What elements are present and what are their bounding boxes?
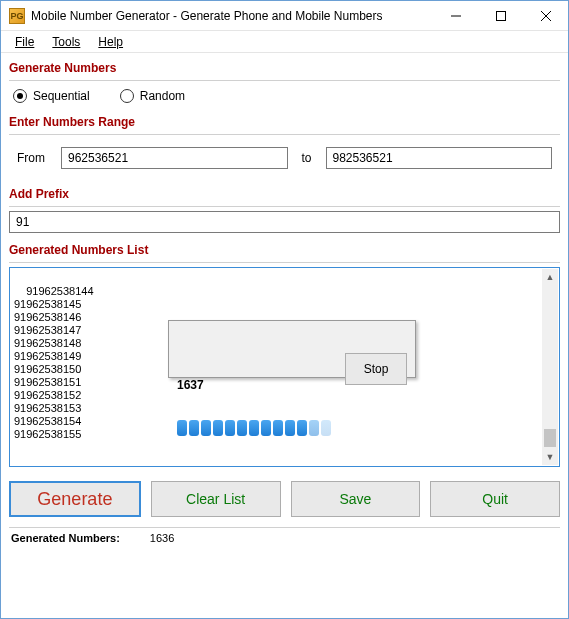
generated-numbers-text: 91962538144 91962538145 91962538146 9196… (14, 285, 94, 440)
progress-bar (177, 420, 331, 436)
svg-rect-1 (496, 11, 505, 20)
radio-random-label: Random (140, 89, 185, 103)
from-label: From (17, 151, 51, 165)
status-bar: Generated Numbers: 1636 (9, 527, 560, 544)
save-button[interactable]: Save (291, 481, 421, 517)
scroll-up-icon[interactable]: ▲ (542, 269, 558, 285)
radio-sequential[interactable]: Sequential (13, 89, 90, 103)
minimize-button[interactable] (433, 1, 478, 30)
clear-list-button[interactable]: Clear List (151, 481, 281, 517)
prefix-input[interactable] (9, 211, 560, 233)
menu-help[interactable]: Help (90, 33, 131, 51)
status-label: Generated Numbers: (11, 532, 120, 544)
to-label: to (298, 151, 316, 165)
mode-radio-group: Sequential Random (9, 85, 560, 111)
action-button-row: Generate Clear List Save Quit (9, 481, 560, 517)
menu-tools[interactable]: Tools (44, 33, 88, 51)
radio-sequential-label: Sequential (33, 89, 90, 103)
generate-button[interactable]: Generate (9, 481, 141, 517)
divider (9, 134, 560, 135)
app-icon: PG (9, 8, 25, 24)
status-value: 1636 (150, 532, 174, 544)
section-generate-numbers-title: Generate Numbers (9, 57, 560, 78)
range-row: From to (9, 139, 560, 183)
stop-button[interactable]: Stop (345, 353, 407, 385)
scroll-down-icon[interactable]: ▼ (542, 449, 558, 465)
radio-sequential-indicator (13, 89, 27, 103)
menu-bar: File Tools Help (1, 31, 568, 53)
divider (9, 80, 560, 81)
section-prefix-title: Add Prefix (9, 183, 560, 204)
radio-random-indicator (120, 89, 134, 103)
section-list-title: Generated Numbers List (9, 239, 560, 260)
scroll-thumb[interactable] (544, 429, 556, 447)
progress-count: 1637 (177, 379, 331, 392)
quit-button[interactable]: Quit (430, 481, 560, 517)
window-title: Mobile Number Generator - Generate Phone… (31, 9, 433, 23)
radio-random[interactable]: Random (120, 89, 185, 103)
progress-dialog: 1637 Stop (168, 320, 416, 378)
generated-numbers-list[interactable]: 91962538144 91962538145 91962538146 9196… (9, 267, 560, 467)
window-controls (433, 1, 568, 30)
menu-file[interactable]: File (7, 33, 42, 51)
divider (9, 206, 560, 207)
content-area: Generate Numbers Sequential Random Enter… (1, 53, 568, 552)
list-scrollbar[interactable]: ▲ ▼ (542, 269, 558, 465)
section-range-title: Enter Numbers Range (9, 111, 560, 132)
divider (9, 262, 560, 263)
from-input[interactable] (61, 147, 288, 169)
to-input[interactable] (326, 147, 553, 169)
maximize-button[interactable] (478, 1, 523, 30)
close-button[interactable] (523, 1, 568, 30)
title-bar: PG Mobile Number Generator - Generate Ph… (1, 1, 568, 31)
